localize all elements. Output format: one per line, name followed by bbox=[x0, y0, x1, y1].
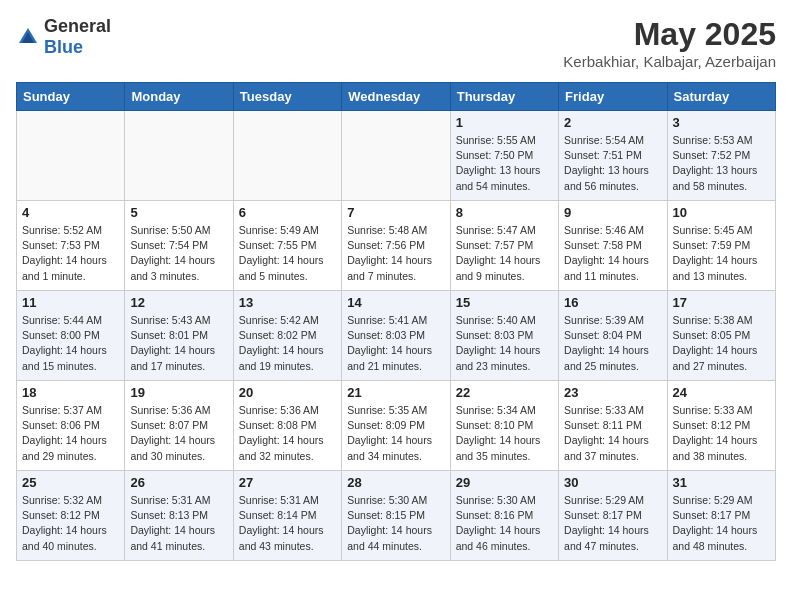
calendar-cell: 31Sunrise: 5:29 AM Sunset: 8:17 PM Dayli… bbox=[667, 471, 775, 561]
day-info: Sunrise: 5:52 AM Sunset: 7:53 PM Dayligh… bbox=[22, 223, 119, 284]
day-number: 7 bbox=[347, 205, 444, 220]
calendar-cell bbox=[233, 111, 341, 201]
calendar-cell: 15Sunrise: 5:40 AM Sunset: 8:03 PM Dayli… bbox=[450, 291, 558, 381]
calendar-cell: 22Sunrise: 5:34 AM Sunset: 8:10 PM Dayli… bbox=[450, 381, 558, 471]
day-info: Sunrise: 5:37 AM Sunset: 8:06 PM Dayligh… bbox=[22, 403, 119, 464]
day-info: Sunrise: 5:38 AM Sunset: 8:05 PM Dayligh… bbox=[673, 313, 770, 374]
day-number: 24 bbox=[673, 385, 770, 400]
day-number: 3 bbox=[673, 115, 770, 130]
calendar-week-row: 4Sunrise: 5:52 AM Sunset: 7:53 PM Daylig… bbox=[17, 201, 776, 291]
day-info: Sunrise: 5:31 AM Sunset: 8:14 PM Dayligh… bbox=[239, 493, 336, 554]
calendar-cell: 9Sunrise: 5:46 AM Sunset: 7:58 PM Daylig… bbox=[559, 201, 667, 291]
calendar-cell bbox=[125, 111, 233, 201]
day-info: Sunrise: 5:46 AM Sunset: 7:58 PM Dayligh… bbox=[564, 223, 661, 284]
calendar-cell: 27Sunrise: 5:31 AM Sunset: 8:14 PM Dayli… bbox=[233, 471, 341, 561]
calendar-cell: 19Sunrise: 5:36 AM Sunset: 8:07 PM Dayli… bbox=[125, 381, 233, 471]
day-info: Sunrise: 5:47 AM Sunset: 7:57 PM Dayligh… bbox=[456, 223, 553, 284]
day-info: Sunrise: 5:34 AM Sunset: 8:10 PM Dayligh… bbox=[456, 403, 553, 464]
calendar-cell: 2Sunrise: 5:54 AM Sunset: 7:51 PM Daylig… bbox=[559, 111, 667, 201]
calendar-cell: 17Sunrise: 5:38 AM Sunset: 8:05 PM Dayli… bbox=[667, 291, 775, 381]
page-header: General Blue May 2025 Kerbakhiar, Kalbaj… bbox=[16, 16, 776, 70]
day-number: 20 bbox=[239, 385, 336, 400]
day-number: 14 bbox=[347, 295, 444, 310]
day-number: 11 bbox=[22, 295, 119, 310]
day-info: Sunrise: 5:53 AM Sunset: 7:52 PM Dayligh… bbox=[673, 133, 770, 194]
calendar-cell: 20Sunrise: 5:36 AM Sunset: 8:08 PM Dayli… bbox=[233, 381, 341, 471]
logo-text-blue: Blue bbox=[44, 37, 83, 57]
calendar-cell: 10Sunrise: 5:45 AM Sunset: 7:59 PM Dayli… bbox=[667, 201, 775, 291]
day-number: 31 bbox=[673, 475, 770, 490]
header-tuesday: Tuesday bbox=[233, 83, 341, 111]
day-number: 6 bbox=[239, 205, 336, 220]
calendar-cell: 14Sunrise: 5:41 AM Sunset: 8:03 PM Dayli… bbox=[342, 291, 450, 381]
calendar-week-row: 1Sunrise: 5:55 AM Sunset: 7:50 PM Daylig… bbox=[17, 111, 776, 201]
day-info: Sunrise: 5:43 AM Sunset: 8:01 PM Dayligh… bbox=[130, 313, 227, 374]
day-number: 15 bbox=[456, 295, 553, 310]
day-number: 18 bbox=[22, 385, 119, 400]
calendar-cell: 24Sunrise: 5:33 AM Sunset: 8:12 PM Dayli… bbox=[667, 381, 775, 471]
calendar-cell: 1Sunrise: 5:55 AM Sunset: 7:50 PM Daylig… bbox=[450, 111, 558, 201]
calendar-cell: 30Sunrise: 5:29 AM Sunset: 8:17 PM Dayli… bbox=[559, 471, 667, 561]
calendar-cell: 25Sunrise: 5:32 AM Sunset: 8:12 PM Dayli… bbox=[17, 471, 125, 561]
day-number: 1 bbox=[456, 115, 553, 130]
day-number: 4 bbox=[22, 205, 119, 220]
day-info: Sunrise: 5:32 AM Sunset: 8:12 PM Dayligh… bbox=[22, 493, 119, 554]
day-number: 27 bbox=[239, 475, 336, 490]
calendar-cell: 26Sunrise: 5:31 AM Sunset: 8:13 PM Dayli… bbox=[125, 471, 233, 561]
calendar-week-row: 25Sunrise: 5:32 AM Sunset: 8:12 PM Dayli… bbox=[17, 471, 776, 561]
day-info: Sunrise: 5:40 AM Sunset: 8:03 PM Dayligh… bbox=[456, 313, 553, 374]
header-monday: Monday bbox=[125, 83, 233, 111]
calendar-cell: 7Sunrise: 5:48 AM Sunset: 7:56 PM Daylig… bbox=[342, 201, 450, 291]
day-number: 22 bbox=[456, 385, 553, 400]
day-info: Sunrise: 5:45 AM Sunset: 7:59 PM Dayligh… bbox=[673, 223, 770, 284]
day-info: Sunrise: 5:33 AM Sunset: 8:12 PM Dayligh… bbox=[673, 403, 770, 464]
calendar-cell: 8Sunrise: 5:47 AM Sunset: 7:57 PM Daylig… bbox=[450, 201, 558, 291]
header-thursday: Thursday bbox=[450, 83, 558, 111]
header-saturday: Saturday bbox=[667, 83, 775, 111]
day-number: 19 bbox=[130, 385, 227, 400]
day-number: 16 bbox=[564, 295, 661, 310]
day-info: Sunrise: 5:44 AM Sunset: 8:00 PM Dayligh… bbox=[22, 313, 119, 374]
day-number: 21 bbox=[347, 385, 444, 400]
day-info: Sunrise: 5:30 AM Sunset: 8:16 PM Dayligh… bbox=[456, 493, 553, 554]
day-info: Sunrise: 5:35 AM Sunset: 8:09 PM Dayligh… bbox=[347, 403, 444, 464]
day-info: Sunrise: 5:54 AM Sunset: 7:51 PM Dayligh… bbox=[564, 133, 661, 194]
day-number: 23 bbox=[564, 385, 661, 400]
day-number: 17 bbox=[673, 295, 770, 310]
calendar-cell: 11Sunrise: 5:44 AM Sunset: 8:00 PM Dayli… bbox=[17, 291, 125, 381]
day-info: Sunrise: 5:36 AM Sunset: 8:08 PM Dayligh… bbox=[239, 403, 336, 464]
day-info: Sunrise: 5:48 AM Sunset: 7:56 PM Dayligh… bbox=[347, 223, 444, 284]
calendar-cell: 23Sunrise: 5:33 AM Sunset: 8:11 PM Dayli… bbox=[559, 381, 667, 471]
calendar-table: SundayMondayTuesdayWednesdayThursdayFrid… bbox=[16, 82, 776, 561]
logo-icon bbox=[16, 25, 40, 49]
day-number: 8 bbox=[456, 205, 553, 220]
month-title: May 2025 bbox=[563, 16, 776, 53]
day-number: 10 bbox=[673, 205, 770, 220]
calendar-cell: 28Sunrise: 5:30 AM Sunset: 8:15 PM Dayli… bbox=[342, 471, 450, 561]
calendar-header-row: SundayMondayTuesdayWednesdayThursdayFrid… bbox=[17, 83, 776, 111]
calendar-cell: 16Sunrise: 5:39 AM Sunset: 8:04 PM Dayli… bbox=[559, 291, 667, 381]
day-number: 13 bbox=[239, 295, 336, 310]
day-info: Sunrise: 5:31 AM Sunset: 8:13 PM Dayligh… bbox=[130, 493, 227, 554]
header-friday: Friday bbox=[559, 83, 667, 111]
day-number: 12 bbox=[130, 295, 227, 310]
calendar-cell: 5Sunrise: 5:50 AM Sunset: 7:54 PM Daylig… bbox=[125, 201, 233, 291]
location-title: Kerbakhiar, Kalbajar, Azerbaijan bbox=[563, 53, 776, 70]
day-number: 28 bbox=[347, 475, 444, 490]
calendar-cell: 29Sunrise: 5:30 AM Sunset: 8:16 PM Dayli… bbox=[450, 471, 558, 561]
header-wednesday: Wednesday bbox=[342, 83, 450, 111]
calendar-week-row: 18Sunrise: 5:37 AM Sunset: 8:06 PM Dayli… bbox=[17, 381, 776, 471]
logo: General Blue bbox=[16, 16, 111, 58]
day-info: Sunrise: 5:50 AM Sunset: 7:54 PM Dayligh… bbox=[130, 223, 227, 284]
calendar-cell bbox=[17, 111, 125, 201]
calendar-cell: 21Sunrise: 5:35 AM Sunset: 8:09 PM Dayli… bbox=[342, 381, 450, 471]
day-info: Sunrise: 5:39 AM Sunset: 8:04 PM Dayligh… bbox=[564, 313, 661, 374]
day-info: Sunrise: 5:29 AM Sunset: 8:17 PM Dayligh… bbox=[673, 493, 770, 554]
day-number: 30 bbox=[564, 475, 661, 490]
calendar-cell: 4Sunrise: 5:52 AM Sunset: 7:53 PM Daylig… bbox=[17, 201, 125, 291]
day-number: 29 bbox=[456, 475, 553, 490]
day-number: 9 bbox=[564, 205, 661, 220]
logo-text-general: General bbox=[44, 16, 111, 36]
calendar-cell: 6Sunrise: 5:49 AM Sunset: 7:55 PM Daylig… bbox=[233, 201, 341, 291]
day-number: 26 bbox=[130, 475, 227, 490]
